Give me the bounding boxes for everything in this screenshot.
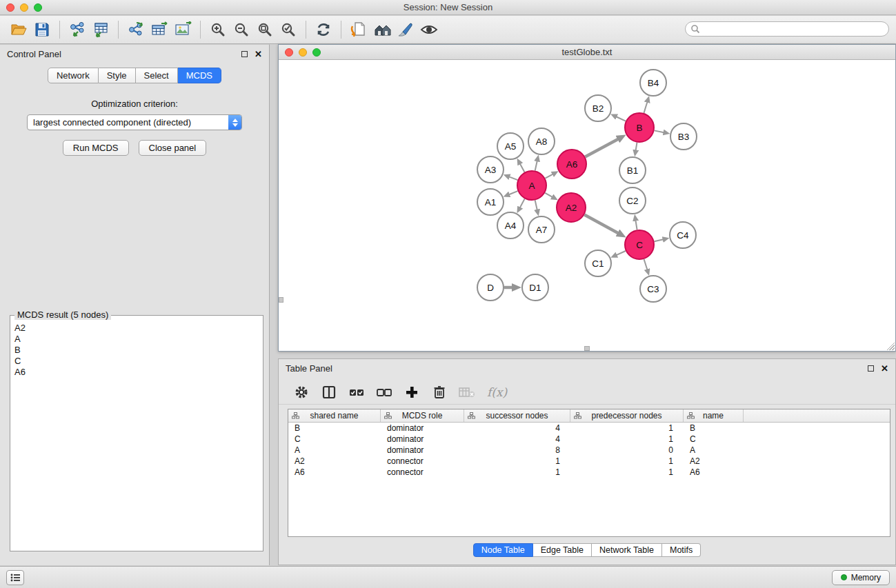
network-node[interactable]: C xyxy=(625,230,654,259)
table-cell[interactable]: B xyxy=(288,423,381,434)
network-edge[interactable] xyxy=(535,161,537,170)
open-file-icon[interactable] xyxy=(7,19,30,41)
network-canvas[interactable]: B4B2BB3A5A8A6A3B1AC2A1A2A4A7C4CC1C3DD1 xyxy=(279,60,895,351)
table-cell[interactable]: A xyxy=(684,445,744,456)
network-edge[interactable] xyxy=(636,143,637,151)
network-edge[interactable] xyxy=(509,191,518,194)
table-cell[interactable]: A6 xyxy=(288,467,381,478)
close-panel-button[interactable]: Close panel xyxy=(139,140,207,156)
select-all-icon[interactable] xyxy=(346,383,367,402)
mcds-result-item[interactable]: A xyxy=(14,334,259,345)
network-node[interactable]: C2 xyxy=(619,187,646,214)
table-cell[interactable]: dominator xyxy=(381,423,464,434)
table-tab-network-table[interactable]: Network Table xyxy=(592,543,662,557)
table-cell[interactable]: A2 xyxy=(288,456,381,467)
table-cell[interactable]: B xyxy=(684,423,744,434)
network-node[interactable]: B4 xyxy=(640,70,666,96)
apply-layout-icon[interactable] xyxy=(312,19,335,41)
function-builder-icon[interactable]: f(x) xyxy=(487,385,507,399)
network-node[interactable]: D1 xyxy=(522,274,548,301)
network-edge[interactable] xyxy=(535,200,537,210)
table-cell[interactable]: 4 xyxy=(464,423,570,434)
save-session-icon[interactable] xyxy=(30,19,54,41)
column-header-MCDS-role[interactable]: MCDS role xyxy=(381,409,464,422)
table-cell[interactable]: connector xyxy=(381,456,464,467)
network-edge[interactable] xyxy=(545,174,552,179)
network-edge[interactable] xyxy=(520,163,525,172)
network-node[interactable]: D xyxy=(477,274,504,301)
table-cell[interactable]: 4 xyxy=(464,434,570,445)
column-header-name[interactable]: name xyxy=(684,409,744,422)
memory-button[interactable]: Memory xyxy=(832,570,890,585)
export-table-icon[interactable] xyxy=(148,19,171,41)
network-node[interactable]: A4 xyxy=(497,212,524,239)
network-node[interactable]: A7 xyxy=(528,216,555,243)
zoom-fit-icon[interactable] xyxy=(253,19,277,41)
column-header-successor-nodes[interactable]: successor nodes xyxy=(464,409,570,422)
add-column-icon[interactable] xyxy=(401,383,422,402)
table-row[interactable]: Bdominator41B xyxy=(288,423,890,434)
column-header-predecessor-nodes[interactable]: predecessor nodes xyxy=(570,409,684,422)
table-cell[interactable]: dominator xyxy=(381,445,464,456)
network-node[interactable]: C3 xyxy=(640,276,666,302)
table-cell[interactable]: dominator xyxy=(381,434,464,445)
network-node[interactable]: A3 xyxy=(477,156,504,183)
criterion-dropdown[interactable]: largest connected component (directed) xyxy=(27,114,242,130)
table-cell[interactable]: 1 xyxy=(570,434,684,445)
table-cell[interactable]: 1 xyxy=(464,467,570,478)
network-node[interactable]: C4 xyxy=(670,222,696,248)
network-edge[interactable] xyxy=(509,176,517,180)
network-node[interactable]: B1 xyxy=(619,157,646,183)
scrollbar-nub[interactable] xyxy=(279,297,283,303)
import-table-icon[interactable] xyxy=(89,19,112,41)
table-row[interactable]: A2connector11A2 xyxy=(288,456,890,467)
table-cell[interactable]: A2 xyxy=(684,456,744,467)
search-input[interactable] xyxy=(700,24,888,34)
control-tab-mcds[interactable]: MCDS xyxy=(178,68,221,83)
search-box[interactable] xyxy=(685,21,889,37)
run-mcds-button[interactable]: Run MCDS xyxy=(63,140,129,156)
float-table-panel-icon[interactable] xyxy=(868,365,874,372)
control-tab-select[interactable]: Select xyxy=(136,68,178,83)
table-cell[interactable]: A6 xyxy=(684,467,744,478)
table-cell[interactable]: connector xyxy=(381,467,464,478)
table-tab-motifs[interactable]: Motifs xyxy=(662,543,701,557)
apply-style-icon[interactable] xyxy=(394,19,417,41)
mcds-result-item[interactable]: A6 xyxy=(14,367,259,378)
network-edge[interactable] xyxy=(585,139,618,157)
table-cell[interactable]: 1 xyxy=(570,456,684,467)
export-image-icon[interactable] xyxy=(171,19,195,41)
import-network-icon[interactable] xyxy=(66,19,89,41)
network-node[interactable]: B3 xyxy=(670,123,697,150)
close-panel-icon[interactable]: ✕ xyxy=(255,49,262,59)
table-cell[interactable]: 1 xyxy=(570,423,684,434)
table-cell[interactable]: C xyxy=(684,434,744,445)
show-columns-icon[interactable] xyxy=(319,383,339,402)
export-network-icon[interactable] xyxy=(124,19,148,41)
network-edge[interactable] xyxy=(616,116,626,121)
table-cell[interactable]: 8 xyxy=(464,445,570,456)
resize-handle[interactable] xyxy=(886,342,895,350)
table-cell[interactable]: 0 xyxy=(570,445,684,456)
mcds-result-list[interactable]: A2ABCA6 xyxy=(10,316,263,378)
network-edge[interactable] xyxy=(520,199,525,207)
network-edge[interactable] xyxy=(654,239,663,241)
network-node[interactable]: A1 xyxy=(477,189,504,215)
delete-column-icon[interactable] xyxy=(429,383,450,402)
network-node[interactable]: B xyxy=(625,113,654,142)
network-node[interactable]: A8 xyxy=(528,128,555,154)
mcds-result-item[interactable]: C xyxy=(14,356,259,367)
table-row[interactable]: Cdominator41C xyxy=(288,434,890,445)
network-edge[interactable] xyxy=(644,259,648,270)
table-row[interactable]: A6connector11A6 xyxy=(288,467,890,478)
network-edge[interactable] xyxy=(635,221,637,230)
table-tab-edge-table[interactable]: Edge Table xyxy=(533,543,592,557)
zoom-in-icon[interactable] xyxy=(206,19,230,41)
mcds-result-item[interactable]: B xyxy=(14,345,259,356)
table-cell[interactable]: A xyxy=(288,445,381,456)
network-edge[interactable] xyxy=(545,193,552,197)
control-tab-network[interactable]: Network xyxy=(48,68,99,83)
column-header-shared-name[interactable]: shared name xyxy=(288,409,381,422)
control-tab-style[interactable]: Style xyxy=(99,68,136,83)
show-all-icon[interactable] xyxy=(370,19,394,41)
